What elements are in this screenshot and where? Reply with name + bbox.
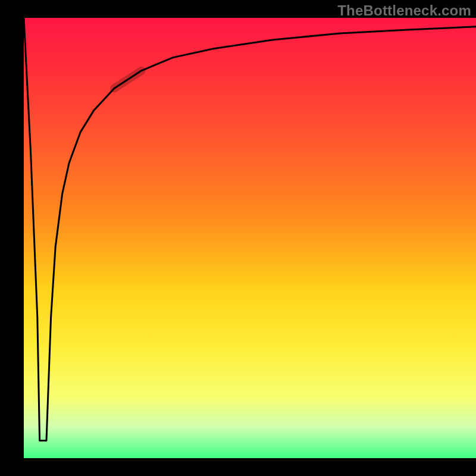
watermark-text: TheBottleneck.com [337,2,471,19]
chart-frame: TheBottleneck.com [0,0,476,476]
bottleneck-curve [24,18,476,440]
curve-svg [24,18,476,458]
plot-area [24,18,476,458]
